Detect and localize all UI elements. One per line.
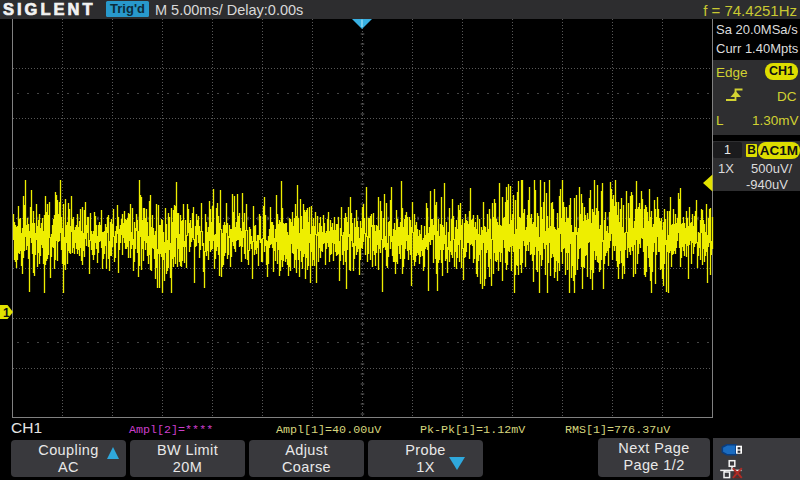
svg-text:1: 1 [3, 306, 10, 320]
